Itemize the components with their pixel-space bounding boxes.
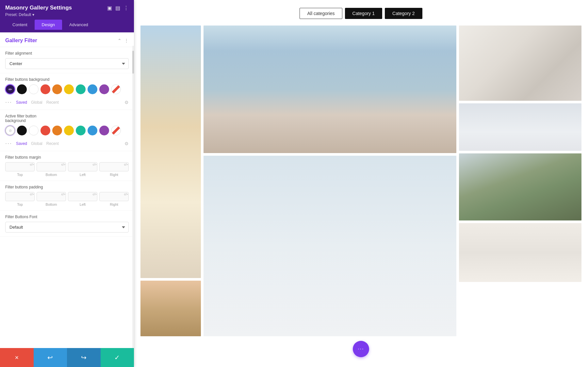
save-icon: ✓ — [114, 354, 120, 361]
color-dots[interactable]: ··· — [5, 99, 12, 106]
redo-button[interactable]: ↪ — [67, 348, 101, 367]
panel-content: Gallery Filter ⌃ ⋮ Filter alignment Cent… — [0, 32, 134, 367]
tab-content[interactable]: Content — [5, 20, 35, 30]
padding-top-group: c/> Top — [5, 192, 35, 206]
fab-button[interactable]: ··· — [353, 341, 369, 357]
scroll-track — [132, 46, 134, 348]
filter-padding-field: Filter buttons padding c/> Top c/> Botto… — [0, 181, 134, 211]
color-tab-recent[interactable]: Recent — [46, 100, 59, 105]
color-swatch-blue[interactable] — [88, 84, 97, 94]
active-color-swatch-white[interactable] — [29, 126, 39, 135]
scroll-handle[interactable] — [132, 51, 134, 74]
gallery-image-room — [459, 26, 581, 101]
filter-alignment-label: Filter alignment — [5, 51, 129, 56]
section-menu-icon[interactable]: ⋮ — [124, 38, 129, 43]
margin-left-label: Left — [80, 173, 86, 177]
filter-all-categories[interactable]: All categories — [300, 8, 342, 19]
filter-bg-color-tabs: ··· Saved Global Recent ⚙ — [5, 97, 129, 106]
gallery-image-house — [140, 281, 201, 336]
margin-left-group: c/> Left — [68, 162, 97, 177]
color-settings-icon[interactable]: ⚙ — [124, 100, 129, 105]
padding-left-badge: c/> — [93, 193, 97, 196]
redo-icon: ↪ — [81, 354, 87, 361]
margin-bottom-badge: c/> — [61, 163, 65, 166]
filter-category-1[interactable]: Category 1 — [345, 8, 382, 19]
margin-right-group: c/> Right — [99, 162, 129, 177]
gallery-area: ··· — [134, 26, 588, 367]
active-color-dots[interactable]: ··· — [5, 140, 12, 147]
color-swatch-custom[interactable]: ✏ — [5, 84, 15, 94]
margin-bottom-group: c/> Bottom — [37, 162, 66, 177]
color-tab-saved[interactable]: Saved — [16, 100, 27, 105]
grid-icon[interactable]: ▤ — [115, 5, 120, 11]
padding-right-group: c/> Right — [99, 192, 129, 206]
active-color-swatch-orange[interactable] — [52, 126, 62, 135]
active-color-swatch-none[interactable] — [111, 126, 121, 135]
active-color-swatch-blue[interactable] — [88, 126, 97, 135]
color-swatch-black[interactable] — [17, 84, 27, 94]
filter-font-field: Filter Buttons Font Default Custom — [0, 211, 134, 237]
tab-design[interactable]: Design — [35, 20, 62, 30]
filter-alignment-select[interactable]: Center Left Right — [5, 58, 129, 69]
color-swatch-yellow[interactable] — [64, 84, 74, 94]
margin-right-badge: c/> — [124, 163, 128, 166]
active-color-swatch-purple[interactable] — [99, 126, 109, 135]
more-icon[interactable]: ⋮ — [123, 5, 129, 11]
filter-bg-field: Filter buttons background ✏ ··· Saved — [0, 73, 134, 110]
active-filter-bg-field: Active filter buttonbackground ⊘ ··· Sav… — [0, 110, 134, 151]
gallery-image-misty — [204, 156, 456, 336]
color-swatch-purple[interactable] — [99, 84, 109, 94]
gallery-col-2 — [204, 26, 456, 336]
filter-padding-inputs: c/> Top c/> Bottom c/> Left — [5, 192, 129, 206]
gallery-col-3 — [459, 26, 581, 336]
gallery-image-dock — [459, 153, 581, 220]
filter-font-label: Filter Buttons Font — [5, 215, 129, 219]
preview-area: All categories Category 1 Category 2 — [134, 0, 588, 367]
discard-button[interactable]: × — [0, 348, 34, 367]
active-color-swatch-yellow[interactable] — [64, 126, 74, 135]
section-header-icons: ⌃ ⋮ — [118, 38, 129, 43]
color-swatch-orange[interactable] — [52, 84, 62, 94]
filter-category-2[interactable]: Category 2 — [385, 8, 422, 19]
gallery-image-curtain — [459, 223, 581, 282]
gallery-image-grey — [459, 103, 581, 151]
active-color-settings-icon[interactable]: ⚙ — [124, 141, 129, 146]
active-color-swatch-red[interactable] — [41, 126, 50, 135]
active-color-tab-recent[interactable]: Recent — [46, 141, 59, 146]
active-color-tab-saved[interactable]: Saved — [16, 141, 27, 146]
margin-left-badge: c/> — [93, 163, 97, 166]
padding-bottom-group: c/> Bottom — [37, 192, 66, 206]
filter-bg-colors: ✏ — [5, 84, 129, 94]
undo-icon: ↩ — [47, 354, 53, 361]
margin-top-label: Top — [17, 173, 23, 177]
panel-title: Masonry Gallery Settings — [5, 5, 72, 11]
filter-bg-label: Filter buttons background — [5, 77, 129, 82]
tab-advanced[interactable]: Advanced — [62, 20, 95, 30]
save-button[interactable]: ✓ — [101, 348, 134, 367]
color-swatch-teal[interactable] — [76, 84, 86, 94]
color-tab-global[interactable]: Global — [31, 100, 42, 105]
active-color-swatch-transparent[interactable]: ⊘ — [5, 126, 15, 135]
padding-bottom-label: Bottom — [46, 202, 57, 206]
color-swatch-white[interactable] — [29, 84, 39, 94]
filter-font-select[interactable]: Default Custom — [5, 222, 129, 233]
padding-left-label: Left — [80, 202, 86, 206]
margin-top-group: c/> Top — [5, 162, 35, 177]
active-color-swatch-black[interactable] — [17, 126, 27, 135]
filter-bar: All categories Category 1 Category 2 — [134, 0, 588, 26]
screen-icon[interactable]: ▣ — [107, 5, 112, 11]
gallery-col-1 — [140, 26, 201, 336]
padding-left-group: c/> Left — [68, 192, 97, 206]
active-color-tab-global[interactable]: Global — [31, 141, 42, 146]
collapse-icon[interactable]: ⌃ — [118, 38, 122, 43]
undo-button[interactable]: ↩ — [34, 348, 67, 367]
color-swatch-none[interactable] — [111, 84, 121, 94]
margin-top-badge: c/> — [30, 163, 34, 166]
gallery-image-beach — [140, 26, 201, 278]
filter-margin-inputs: c/> Top c/> Bottom c/> Left — [5, 162, 129, 177]
preset-label[interactable]: Preset: Default ▾ — [5, 12, 129, 17]
margin-right-label: Right — [110, 173, 118, 177]
panel-header: Masonry Gallery Settings ▣ ▤ ⋮ Preset: D… — [0, 0, 134, 32]
color-swatch-red[interactable] — [41, 84, 50, 94]
active-color-swatch-teal[interactable] — [76, 126, 86, 135]
